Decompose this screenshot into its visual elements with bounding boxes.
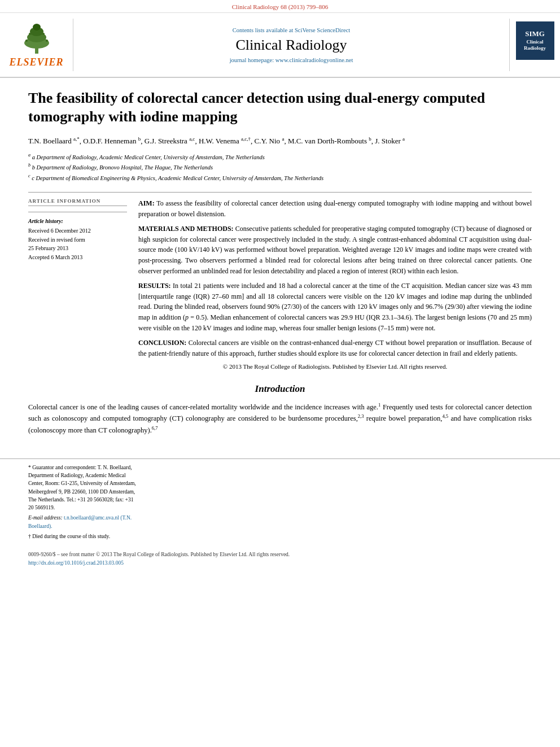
article-info-col: ARTICLE INFORMATION Article history: Rec… xyxy=(28,198,127,370)
doi-line: http://dx.doi.org/10.1016/j.crad.2013.03… xyxy=(28,559,532,567)
logo-radiology-line2: Radiology xyxy=(524,45,546,52)
footnote-section: * Guarantor and correspondent: T. N. Boe… xyxy=(0,458,560,540)
abstract-materials: MATERIALS AND METHODS: Consecutive patie… xyxy=(138,224,532,276)
main-content: The feasibility of colorectal cancer det… xyxy=(0,78,560,447)
sciverse-link-text[interactable]: SciVerse ScienceDirect xyxy=(295,27,350,33)
affiliation-b: b b Department of Radiology, Bronovo Hos… xyxy=(28,162,532,172)
svg-point-5 xyxy=(25,40,28,42)
elsevier-logo-box: ELSEVIER xyxy=(0,19,73,71)
radiology-logo-icon: SIMG Clinical Radiology xyxy=(516,21,554,60)
sciverse-line: Contents lists available at SciVerse Sci… xyxy=(233,27,350,33)
introduction-section: Introduction Colorectal cancer is one of… xyxy=(28,383,532,435)
affiliations: a a Department of Radiology, Academic Me… xyxy=(28,152,532,183)
copyright-line: © 2013 The Royal College of Radiologists… xyxy=(138,363,532,370)
homepage-link-text[interactable]: www.clinicalradiologyonline.net xyxy=(275,57,353,63)
divider xyxy=(28,192,532,193)
info-divider xyxy=(28,212,127,212)
abstract-aim: AIM: To assess the feasibility of colore… xyxy=(138,198,532,219)
logo-radiology-line1: Clinical xyxy=(526,39,543,46)
logo-clinical: SIMG xyxy=(525,29,545,39)
svg-point-7 xyxy=(29,33,31,35)
history-item-2: Received in revised form xyxy=(28,235,127,244)
radiology-logo-box: SIMG Clinical Radiology xyxy=(509,19,560,71)
svg-point-8 xyxy=(42,33,45,35)
journal-center-header: Contents lists available at SciVerse Sci… xyxy=(73,19,509,71)
history-item-1: Received 6 December 2012 xyxy=(28,226,127,235)
intro-para-1: Colorectal cancer is one of the leading … xyxy=(28,401,532,435)
article-title: The feasibility of colorectal cancer det… xyxy=(28,89,532,126)
journal-header: ELSEVIER Contents lists available at Sci… xyxy=(0,13,560,78)
citation-text: Clinical Radiology 68 (2013) 799–806 xyxy=(232,3,328,10)
affiliation-c: c c Department of Biomedical Engineering… xyxy=(28,173,532,183)
svg-point-4 xyxy=(33,24,41,30)
history-label: Article history: xyxy=(28,218,127,224)
affiliation-a: a a Department of Radiology, Academic Me… xyxy=(28,152,532,162)
abstract-col: AIM: To assess the feasibility of colore… xyxy=(138,198,532,370)
svg-point-6 xyxy=(46,40,48,42)
authors-line: T.N. Boellaard a,*, O.D.F. Henneman b, G… xyxy=(28,135,532,147)
article-info-header: ARTICLE INFORMATION xyxy=(28,198,127,206)
elsevier-wordmark: ELSEVIER xyxy=(9,56,63,68)
two-col-section: ARTICLE INFORMATION Article history: Rec… xyxy=(28,198,532,370)
abstract-results: RESULTS: In total 21 patients were inclu… xyxy=(138,281,532,333)
journal-homepage-line: journal homepage: www.clinicalradiologyo… xyxy=(230,57,353,63)
guarantor-note: * Guarantor and correspondent: T. N. Boe… xyxy=(28,464,138,512)
bottom-bar: 0009-9260/$ – see front matter © 2013 Th… xyxy=(0,548,560,570)
died-note: † Died during the course of this study. xyxy=(28,532,138,540)
journal-title: Clinical Radiology xyxy=(235,37,347,54)
abstract-conclusion: CONCLUSION: Colorectal cancers are visib… xyxy=(138,338,532,359)
elsevier-tree-icon xyxy=(14,21,59,56)
history-item-4: Accepted 6 March 2013 xyxy=(28,253,127,262)
citation-bar: Clinical Radiology 68 (2013) 799–806 xyxy=(0,0,560,13)
email-note: E-mail address: t.n.boellaard@amc.uva.nl… xyxy=(28,514,138,530)
history-item-3: 25 February 2013 xyxy=(28,244,127,253)
footnote-left: * Guarantor and correspondent: T. N. Boe… xyxy=(28,464,138,540)
issn-line: 0009-9260/$ – see front matter © 2013 Th… xyxy=(28,551,532,559)
introduction-title: Introduction xyxy=(28,383,532,395)
